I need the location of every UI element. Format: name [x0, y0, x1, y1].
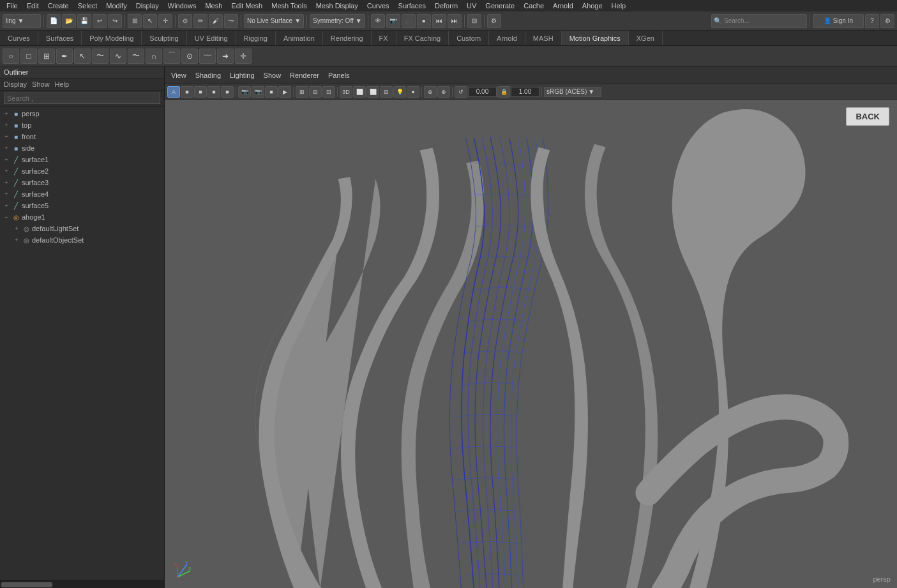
vp-menu-view[interactable]: View — [167, 70, 190, 80]
tab-rendering[interactable]: Rendering — [323, 31, 372, 45]
outliner-show-menu[interactable]: Show — [32, 80, 50, 88]
vi-3d-btn[interactable]: 3D — [340, 86, 352, 98]
cam-btn1[interactable]: 👁 — [371, 14, 385, 28]
tab-motion-graphics[interactable]: Motion Graphics — [562, 31, 629, 45]
tool-wave4[interactable]: 〰 — [199, 49, 216, 64]
tool-curve1[interactable]: ⌒ — [163, 49, 180, 64]
vi-uv-btn[interactable]: ⊡ — [322, 86, 335, 98]
tab-poly-modeling[interactable]: Poly Modeling — [82, 31, 142, 45]
tool-spiral[interactable]: ⊙ — [181, 49, 198, 64]
settings-btn[interactable]: ⚙ — [487, 14, 501, 28]
menu-file[interactable]: File — [3, 1, 22, 10]
cam-btn3[interactable]: 🎥 — [402, 14, 416, 28]
menu-ahoge[interactable]: Ahoge — [578, 1, 607, 10]
vi-snap2-btn[interactable]: ⊕ — [437, 86, 450, 98]
tab-sculpting[interactable]: Sculpting — [142, 31, 186, 45]
select-tool-btn[interactable]: ↖ — [143, 14, 157, 28]
outliner-item-ahoge1[interactable]: − ◎ ahoge1 — [0, 211, 164, 223]
tab-surfaces[interactable]: Surfaces — [38, 31, 82, 45]
vi-snap-btn[interactable]: ⊕ — [424, 86, 437, 98]
grid-btn[interactable]: ⊟ — [467, 14, 481, 28]
help-icon-btn[interactable]: ? — [865, 14, 879, 28]
layout-dropdown[interactable]: ling ▼ — [3, 14, 41, 28]
paint-btn[interactable]: ✏ — [193, 14, 207, 28]
live-surface-dropdown[interactable]: No Live Surface ▼ — [244, 14, 304, 28]
menu-mesh-display[interactable]: Mesh Display — [312, 1, 362, 10]
tab-xgen[interactable]: XGen — [629, 31, 663, 45]
menu-edit-mesh[interactable]: Edit Mesh — [227, 1, 266, 10]
menu-surfaces[interactable]: Surfaces — [395, 1, 430, 10]
menu-display[interactable]: Display — [132, 1, 163, 10]
vi-btn4[interactable]: ■ — [207, 86, 220, 98]
vp-menu-show[interactable]: Show — [260, 70, 285, 80]
symmetry-dropdown[interactable]: Symmetry: Off ▼ — [310, 14, 365, 28]
vi-btn3[interactable]: ■ — [194, 86, 207, 98]
outliner-item-surface1[interactable]: + ╱ surface1 — [0, 154, 164, 165]
tab-custom[interactable]: Custom — [449, 31, 489, 45]
cam-btn2[interactable]: 📷 — [386, 14, 400, 28]
vi-grid-btn[interactable]: ⊞ — [296, 86, 308, 98]
vi-sphere-btn[interactable]: ● — [407, 86, 419, 98]
vp-menu-panels[interactable]: Panels — [324, 70, 354, 80]
vi-wire-btn[interactable]: ⊟ — [380, 86, 393, 98]
playback-btn2[interactable]: ⏭ — [448, 14, 462, 28]
menu-windows[interactable]: Windows — [164, 1, 200, 10]
menu-curves[interactable]: Curves — [363, 1, 393, 10]
vi-cam2[interactable]: 📷 — [252, 86, 264, 98]
outliner-item-defaultlightset[interactable]: + ◎ defaultLightSet — [0, 223, 164, 234]
tool-wave2[interactable]: ∿ — [110, 49, 126, 64]
tool-wave3[interactable]: 〜 — [128, 49, 144, 64]
vi-cam4[interactable]: ▶ — [278, 86, 291, 98]
tool-mesh1[interactable]: ⊞ — [38, 49, 55, 64]
snap-grid-btn[interactable]: ⊞ — [128, 14, 142, 28]
outliner-hscroll[interactable] — [0, 580, 164, 588]
settings-icon-btn[interactable]: ⚙ — [880, 14, 894, 28]
outliner-item-front[interactable]: + ■ front — [0, 131, 164, 142]
menu-cache[interactable]: Cache — [520, 1, 548, 10]
vi-light-btn[interactable]: 💡 — [393, 86, 406, 98]
new-scene-btn[interactable]: 📄 — [47, 14, 61, 28]
vp-menu-renderer[interactable]: Renderer — [286, 70, 323, 80]
tab-animation[interactable]: Animation — [276, 31, 323, 45]
outliner-item-surface5[interactable]: + ╱ surface5 — [0, 200, 164, 211]
menu-modify[interactable]: Modify — [102, 1, 130, 10]
menu-arnold[interactable]: Arnold — [549, 1, 577, 10]
tool-circle[interactable]: ○ — [3, 49, 19, 64]
outliner-item-persp[interactable]: + ■ persp — [0, 108, 164, 119]
lasso-btn[interactable]: ⊙ — [178, 14, 192, 28]
signin-btn[interactable]: 👤 Sign In — [813, 14, 864, 28]
sculpt-btn[interactable]: 🖌 — [209, 14, 223, 28]
tab-arnold[interactable]: Arnold — [489, 31, 525, 45]
tool-arrow[interactable]: ➜ — [217, 49, 234, 64]
menu-create[interactable]: Create — [44, 1, 73, 10]
vi-value2-input[interactable] — [511, 87, 539, 97]
viewport-canvas[interactable]: BACK persp X Y Z — [165, 100, 897, 588]
playback-btn1[interactable]: ⏮ — [432, 14, 446, 28]
tab-fx-caching[interactable]: FX Caching — [396, 31, 449, 45]
vi-lock-btn[interactable]: 🔒 — [497, 86, 510, 98]
menu-help[interactable]: Help — [608, 1, 630, 10]
tool-square[interactable]: □ — [20, 49, 37, 64]
vi-cube-btn[interactable]: ⬜ — [353, 86, 366, 98]
tool-arc[interactable]: ∩ — [146, 49, 162, 64]
vi-mesh-btn[interactable]: ⊟ — [309, 86, 322, 98]
open-scene-btn[interactable]: 📂 — [62, 14, 76, 28]
menu-generate[interactable]: Generate — [481, 1, 518, 10]
menu-uv[interactable]: UV — [463, 1, 480, 10]
outliner-help-menu[interactable]: Help — [55, 80, 70, 88]
outliner-item-surface3[interactable]: + ╱ surface3 — [0, 177, 164, 188]
tab-mash[interactable]: MASH — [525, 31, 562, 45]
vi-btn2[interactable]: ■ — [181, 86, 193, 98]
viewport[interactable]: View Shading Lighting Show Renderer Pane… — [165, 66, 897, 588]
vi-refresh-btn[interactable]: ↺ — [455, 86, 467, 98]
tab-uv-editing[interactable]: UV Editing — [187, 31, 236, 45]
tab-rigging[interactable]: Rigging — [236, 31, 276, 45]
vi-btn5[interactable]: ■ — [221, 86, 234, 98]
tool-pen[interactable]: ✒ — [56, 49, 73, 64]
vi-cube2-btn[interactable]: ⬜ — [366, 86, 379, 98]
vi-value1-input[interactable] — [468, 87, 497, 97]
save-scene-btn[interactable]: 💾 — [77, 14, 91, 28]
menu-edit[interactable]: Edit — [23, 1, 43, 10]
tab-fx[interactable]: FX — [372, 31, 396, 45]
undo-btn[interactable]: ↩ — [93, 14, 107, 28]
